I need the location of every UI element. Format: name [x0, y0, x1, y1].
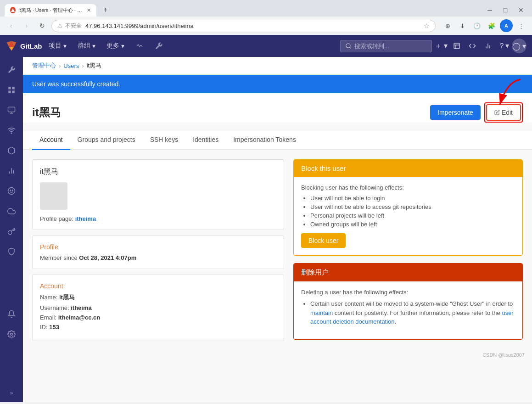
maintain-link[interactable]: maintain [310, 309, 333, 316]
deletion-docs-link[interactable]: user account deletion documentation [310, 309, 514, 325]
security-icon: ⚠ [57, 22, 62, 29]
breadcrumb-current-user: it黑马 [87, 62, 102, 70]
edit-button[interactable]: Edit [486, 104, 521, 121]
edit-pencil-icon [494, 110, 500, 115]
back-button[interactable]: ‹ [5, 19, 17, 32]
member-since-value: Oct 28, 2021 4:07pm [79, 254, 136, 261]
svg-marker-4 [9, 47, 14, 51]
extensions-icon[interactable]: ⊕ [441, 19, 454, 32]
close-window-button[interactable]: ✕ [515, 4, 527, 17]
sidebar-icon-smile[interactable] [2, 182, 21, 200]
block-effects-list: User will not be able to login User will… [301, 195, 515, 228]
svg-point-21 [8, 188, 15, 195]
account-card: Account: Name: it黑马 Username: itheima Em… [32, 275, 284, 341]
profile-card: Profile Member since Oct 28, 2021 4:07pm [32, 236, 284, 269]
topnav-projects[interactable]: 项目 ▾ [44, 35, 71, 57]
topnav-spanner[interactable] [150, 35, 168, 57]
tab-ssh-keys[interactable]: SSH keys [143, 130, 185, 150]
browser-tab[interactable]: it黑马 · Users · 管理中心 · GitLab ✕ [5, 4, 96, 17]
sidebar-icon-wifi[interactable] [2, 121, 21, 140]
sidebar-icon-package[interactable] [2, 141, 21, 160]
id-row: ID: 153 [40, 324, 276, 331]
svg-point-22 [10, 190, 11, 191]
breadcrumb-sep-1: › [59, 62, 61, 69]
topnav-snippet-icon[interactable] [465, 39, 480, 53]
sidebar-icon-settings[interactable] [2, 325, 21, 343]
gitlab-logo[interactable]: GitLab [6, 40, 42, 52]
block-user-button[interactable]: Block user [301, 233, 346, 248]
sidebar-icon-key[interactable] [2, 222, 21, 241]
sidebar-icon-bell[interactable] [2, 305, 21, 323]
sidebar-icon-monitor[interactable] [2, 101, 21, 119]
bookmark-icon[interactable]: ☆ [424, 22, 430, 29]
email-label: Email: [40, 314, 56, 321]
sidebar-icon-cloud[interactable] [2, 202, 21, 220]
sidebar-icon-shield[interactable] [2, 242, 21, 261]
block-effect-1: User will not be able to login [310, 195, 515, 202]
topnav-todo-icon[interactable] [449, 39, 464, 53]
puzzle-icon[interactable]: 🧩 [485, 19, 498, 32]
search-icon [345, 43, 352, 49]
impersonate-button[interactable]: Impersonate [430, 105, 481, 120]
svg-point-17 [11, 133, 12, 134]
block-card-header: Block this user [294, 160, 522, 177]
header-actions: Impersonate Edit [430, 102, 523, 123]
address-bar[interactable]: ⚠ 不安全 47.96.143.141:9999/admin/users/ith… [51, 20, 436, 32]
sidebar-icon-chart[interactable] [2, 162, 21, 180]
sidebar-expand-button[interactable]: » [2, 387, 21, 398]
sidebar-icon-wrench[interactable] [2, 61, 21, 79]
left-column: it黑马 Profile page: itheima Profile Mem [32, 159, 284, 341]
menu-button[interactable]: ⋮ [515, 19, 527, 32]
profile-page-row: Profile page: itheima [40, 215, 276, 222]
edit-highlight-box: Edit [484, 102, 523, 123]
tab-close-button[interactable]: ✕ [87, 7, 91, 13]
username-label: Username: [40, 304, 69, 311]
delete-card-body: Deleting a user has the following effect… [294, 281, 522, 339]
topnav-activity-icon[interactable] [481, 39, 495, 53]
download-icon[interactable]: ⬇ [456, 19, 469, 32]
delete-card-header: 删除用户 [294, 264, 522, 281]
profile-page-link[interactable]: itheima [75, 215, 96, 222]
success-message: User was successfully created. [32, 80, 120, 88]
search-input[interactable] [354, 43, 419, 50]
gitlab-app: GitLab 项目 ▾ 群组 ▾ 更多 ▾ [0, 35, 532, 402]
member-since-row: Member since Oct 28, 2021 4:07pm [40, 254, 276, 261]
search-bar[interactable] [340, 40, 432, 52]
delete-effect-1: Certain user content will be moved to a … [310, 299, 515, 326]
sidebar-icon-grid[interactable] [2, 81, 21, 99]
reload-button[interactable]: ↻ [36, 19, 49, 32]
page-header: it黑马 Impersonate Edit [23, 93, 532, 123]
groups-label: 群组 [78, 42, 90, 50]
maximize-button[interactable]: □ [499, 4, 512, 17]
topnav-groups[interactable]: 群组 ▾ [73, 35, 100, 57]
topnav-help-icon[interactable]: ？▾ [496, 39, 511, 53]
block-description: Blocking user has the following effects: [301, 184, 404, 191]
history-icon[interactable]: 🕐 [470, 19, 483, 32]
tab-account[interactable]: Account [32, 130, 70, 150]
topnav-activity[interactable] [131, 35, 148, 57]
topnav-more[interactable]: 更多 ▾ [102, 35, 129, 57]
sidebar: » [0, 57, 23, 402]
forward-button[interactable]: › [20, 19, 33, 32]
page-title: it黑马 [32, 105, 61, 120]
breadcrumb-sep-2: › [82, 62, 84, 69]
edit-label: Edit [502, 109, 513, 116]
svg-point-23 [12, 190, 13, 191]
app-body: » 管理中心 › Users › it黑马 User was successfu… [0, 57, 532, 402]
topnav-plus-button[interactable]: ＋ ▾ [434, 39, 448, 53]
tab-identities[interactable]: Identities [185, 130, 226, 150]
profile-button[interactable]: A [500, 19, 513, 32]
breadcrumb-users-link[interactable]: Users [63, 62, 79, 69]
tab-impersonation-tokens[interactable]: Impersonation Tokens [226, 130, 303, 150]
svg-point-7 [346, 44, 350, 48]
topnav-user-avatar[interactable]: ◯ ▾ [512, 39, 526, 53]
breadcrumb: 管理中心 › Users › it黑马 [23, 57, 532, 75]
new-tab-button[interactable]: + [100, 5, 111, 16]
id-label: ID: [40, 324, 48, 331]
insecure-label: 不安全 [65, 22, 82, 30]
username-card: it黑马 Profile page: itheima [32, 159, 284, 230]
tab-groups-projects[interactable]: Groups and projects [70, 130, 143, 150]
breadcrumb-admin-link[interactable]: 管理中心 [32, 62, 56, 70]
delete-effects: Deleting a user has the following effect… [301, 289, 515, 326]
minimize-button[interactable]: ─ [483, 4, 496, 17]
